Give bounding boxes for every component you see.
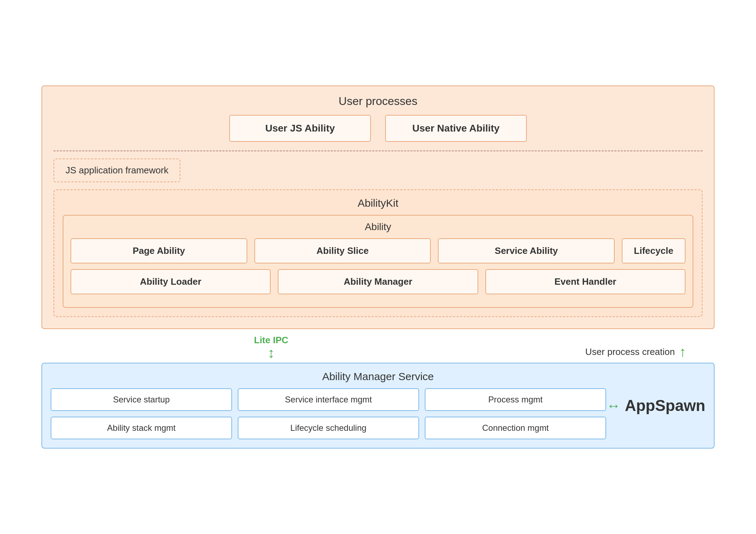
user-js-ability-box: User JS Ability [229,115,371,142]
middle-section: Lite IPC ↕ User process creation ↑ [41,329,715,363]
ability-slice-box: Ability Slice [254,238,431,263]
dashed-divider [53,150,703,151]
user-processes-row: User JS Ability User Native Ability [53,115,703,142]
user-processes-title: User processes [53,95,703,108]
abilitykit-title: AbilityKit [63,197,693,209]
ability-row-2: Ability Loader Ability Manager Event Han… [70,269,686,294]
user-process-creation-label: User process creation [585,346,675,357]
ams-grid: Service startup Service interface mgmt P… [51,388,606,439]
appspawn-label: AppSpawn [625,397,705,415]
user-processes-section: User processes User JS Ability User Nati… [41,85,715,329]
appspawn-container: ↔ AppSpawn [607,397,705,415]
abilitykit-section: AbilityKit Ability Page Ability Ability … [53,189,703,317]
ability-row-1: Page Ability Ability Slice Service Abili… [70,238,686,263]
lifecycle-scheduling-box: Lifecycle scheduling [238,417,419,439]
service-ability-box: Service Ability [438,238,615,263]
ability-title: Ability [70,221,686,233]
process-mgmt-box: Process mgmt [425,388,606,411]
js-framework-box: JS application framework [53,158,180,182]
lite-ipc-arrow: ↕ [267,346,275,360]
lifecycle-box: Lifecycle [622,238,686,263]
user-process-creation-arrow: ↑ [679,344,686,360]
diagram-root: User processes User JS Ability User Nati… [41,85,715,449]
ams-title: Ability Manager Service [51,371,705,383]
ability-stack-mgmt-box: Ability stack mgmt [51,417,232,439]
ability-section: Ability Page Ability Ability Slice Servi… [63,215,693,308]
connection-mgmt-box: Connection mgmt [425,417,606,439]
service-interface-mgmt-box: Service interface mgmt [238,388,419,411]
appspawn-arrow: ↔ [607,398,621,414]
user-native-ability-box: User Native Ability [385,115,527,142]
event-handler-box: Event Handler [485,269,686,294]
page-ability-box: Page Ability [70,238,247,263]
ability-manager-box: Ability Manager [278,269,478,294]
lite-ipc-label: Lite IPC [254,335,288,346]
lite-ipc-container: Lite IPC ↕ [254,335,288,360]
service-startup-box: Service startup [51,388,232,411]
ability-loader-box: Ability Loader [70,269,271,294]
ams-section: Ability Manager Service Service startup … [41,363,715,449]
user-process-creation: User process creation ↑ [585,344,686,360]
